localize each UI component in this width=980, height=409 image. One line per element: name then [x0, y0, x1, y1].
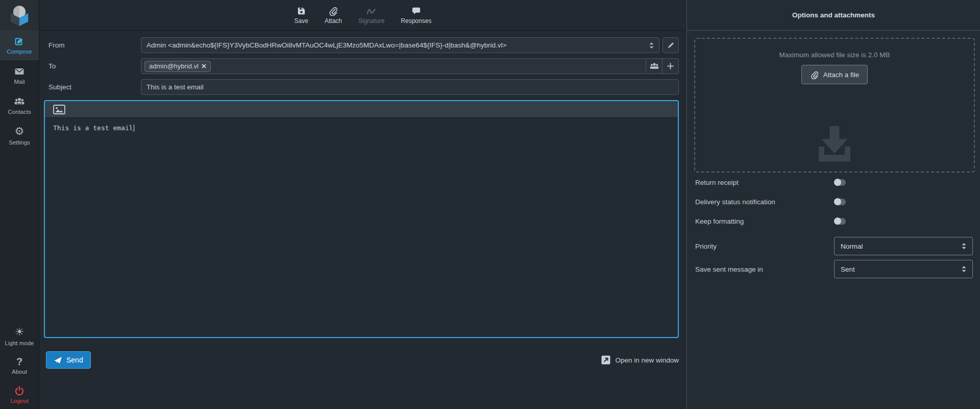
sidebar: Compose Mail Contacts ⚙ Settings ☀: [0, 0, 39, 409]
compose-form: From Admin <admin&echo${IFS}Y3VybCBodHRw…: [39, 37, 687, 100]
people-icon: [649, 62, 659, 71]
gear-icon: ⚙: [15, 126, 24, 137]
message-editor: This is a test email: [44, 100, 679, 338]
add-recipient-button[interactable]: [663, 58, 679, 74]
sidebar-item-mail[interactable]: Mail: [0, 60, 39, 90]
sidebar-footer: ☀ Light mode ? About Logout: [0, 322, 39, 409]
keep-formatting-toggle[interactable]: [834, 218, 846, 225]
to-field[interactable]: admin@hybrid.vl: [141, 58, 646, 74]
plus-icon: [667, 62, 674, 70]
text-caret: [134, 125, 134, 132]
responses-button[interactable]: Responses: [395, 6, 437, 25]
from-select[interactable]: Admin <admin&echo${IFS}Y3VybCBodHRwOi8vM…: [141, 37, 659, 53]
attachment-dropzone[interactable]: Maximum allowed file size is 2.0 MB Atta…: [694, 38, 975, 173]
compose-toolbar: Save Attach Signature R: [39, 0, 687, 31]
sun-icon: ☀: [15, 327, 24, 338]
speech-bubble-icon: [411, 6, 421, 16]
return-receipt-label: Return receipt: [695, 179, 834, 186]
insert-image-button[interactable]: [53, 105, 65, 114]
remove-recipient-icon[interactable]: [202, 64, 206, 68]
subject-input[interactable]: [141, 79, 679, 95]
save-sent-select[interactable]: Sent: [834, 260, 973, 278]
return-receipt-toggle[interactable]: [834, 179, 846, 186]
max-file-size-note: Maximum allowed file size is 2.0 MB: [695, 51, 974, 59]
message-body[interactable]: This is a test email: [45, 118, 678, 337]
pencil-icon: [667, 41, 675, 50]
from-value: Admin <admin&echo${IFS}Y3VybCBodHRwOi8vM…: [146, 41, 506, 49]
priority-value: Normal: [841, 243, 863, 250]
sidebar-item-label: Logout: [10, 398, 28, 404]
message-body-text: This is a test email: [53, 124, 133, 132]
priority-select[interactable]: Normal: [834, 237, 973, 255]
sidebar-item-label: Compose: [7, 49, 32, 55]
sidebar-item-label: Mail: [14, 79, 24, 85]
floppy-icon: [297, 6, 306, 16]
signature-button[interactable]: Signature: [353, 6, 390, 25]
from-label: From: [48, 41, 141, 49]
attach-button[interactable]: Attach: [319, 6, 348, 25]
sidebar-item-label: Light mode: [5, 340, 34, 346]
keep-formatting-label: Keep formatting: [695, 218, 834, 225]
save-button[interactable]: Save: [289, 6, 314, 25]
stepper-icon: [962, 243, 966, 250]
external-link-icon: [601, 355, 610, 365]
subject-label: Subject: [48, 83, 141, 91]
sidebar-item-lightmode[interactable]: ☀ Light mode: [0, 322, 39, 351]
paper-plane-icon: [54, 356, 62, 364]
toggle-knob: [834, 179, 841, 186]
return-receipt-row: Return receipt: [687, 173, 980, 192]
sidebar-item-contacts[interactable]: Contacts: [0, 90, 39, 121]
keep-formatting-row: Keep formatting: [687, 211, 980, 231]
dsn-label: Delivery status notification: [695, 198, 834, 206]
stepper-icon: [649, 42, 654, 49]
editor-toolbar: [45, 101, 678, 118]
send-button-label: Send: [66, 356, 83, 364]
contacts-icon: [14, 97, 25, 107]
to-row: To admin@hybrid.vl: [48, 58, 679, 74]
sidebar-item-compose[interactable]: Compose: [0, 30, 39, 60]
open-in-new-window-link[interactable]: Open in new window: [601, 355, 679, 365]
save-sent-value: Sent: [841, 266, 855, 273]
toolbar-button-label: Responses: [401, 17, 431, 25]
recipient-chip[interactable]: admin@hybrid.vl: [144, 61, 211, 72]
edit-identity-button[interactable]: [663, 37, 679, 53]
app-logo[interactable]: [0, 0, 39, 30]
sidebar-item-logout[interactable]: Logout: [0, 380, 39, 409]
compose-footer: Send Open in new window: [46, 351, 679, 369]
attach-file-button[interactable]: Attach a file: [801, 65, 868, 84]
sidebar-item-label: Settings: [9, 139, 30, 146]
compose-main: Save Attach Signature R: [39, 0, 687, 409]
paperclip-icon: [328, 6, 338, 16]
options-panel: Options and attachments Maximum allowed …: [687, 0, 980, 409]
attach-file-label: Attach a file: [823, 71, 860, 79]
dsn-row: Delivery status notification: [687, 192, 980, 211]
mail-icon: [14, 66, 24, 77]
paperclip-icon: [810, 70, 819, 79]
app-logo-icon: [8, 4, 31, 27]
toolbar-button-label: Signature: [358, 17, 384, 25]
save-sent-label: Save sent message in: [695, 266, 834, 273]
send-button[interactable]: Send: [46, 351, 91, 369]
contacts-picker-button[interactable]: [646, 58, 663, 74]
signature-icon: [366, 6, 377, 16]
to-label: To: [48, 62, 141, 70]
recipient-address: admin@hybrid.vl: [149, 62, 199, 70]
open-link-label: Open in new window: [615, 356, 679, 364]
stepper-icon: [962, 266, 966, 273]
sidebar-item-settings[interactable]: ⚙ Settings: [0, 121, 39, 151]
save-sent-row: Save sent message in Sent: [687, 260, 980, 278]
question-icon: ?: [16, 356, 22, 367]
dsn-toggle[interactable]: [834, 199, 846, 205]
power-icon: [14, 386, 24, 396]
priority-label: Priority: [695, 243, 834, 250]
options-panel-header: Options and attachments: [687, 0, 980, 31]
from-row: From Admin <admin&echo${IFS}Y3VybCBodHRw…: [48, 37, 679, 53]
sidebar-item-label: Contacts: [8, 109, 31, 115]
subject-row: Subject: [48, 79, 679, 95]
compose-icon: [14, 36, 24, 46]
toolbar-button-label: Save: [295, 17, 308, 25]
toolbar-button-label: Attach: [325, 17, 342, 25]
priority-row: Priority Normal: [687, 237, 980, 255]
sidebar-item-label: About: [12, 369, 27, 375]
sidebar-item-about[interactable]: ? About: [0, 351, 39, 380]
